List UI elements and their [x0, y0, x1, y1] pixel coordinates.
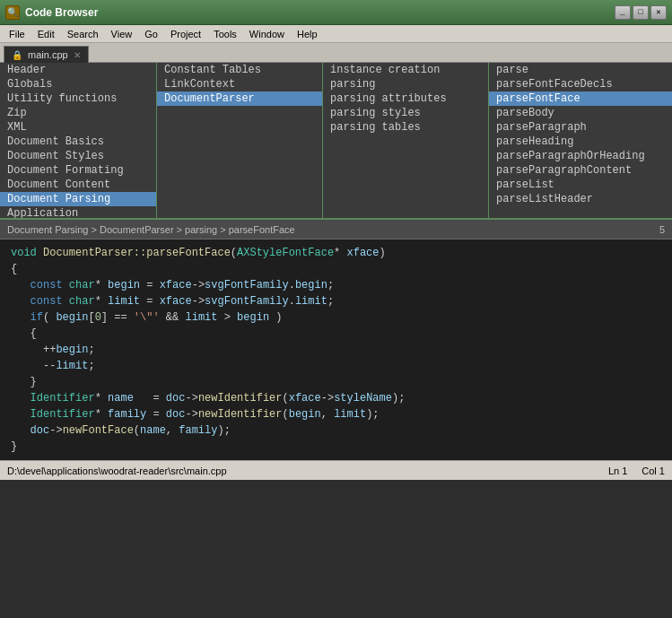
code-line: { — [11, 261, 661, 277]
menu-item-tools[interactable]: Tools — [208, 27, 242, 41]
code-line: Identifier* family = doc->newIdentifier(… — [11, 406, 661, 422]
list-item[interactable]: Constant Tables — [157, 63, 322, 77]
status-right: Ln 1 Col 1 — [608, 466, 665, 476]
menu-item-go[interactable]: Go — [139, 27, 163, 41]
menu-item-search[interactable]: Search — [62, 27, 104, 41]
menu-item-file[interactable]: File — [4, 27, 31, 41]
code-line: if( begin[0] == '\"' && limit > begin ) — [11, 309, 661, 326]
list-item[interactable]: LinkContext — [157, 77, 322, 91]
title-bar: 🔍 Code Browser _ □ ✕ — [0, 0, 672, 25]
list-item[interactable]: instance creation — [323, 63, 488, 77]
code-line: --limit; — [11, 358, 661, 374]
close-button[interactable]: ✕ — [650, 5, 667, 20]
list-item[interactable]: Application — [0, 206, 156, 218]
list-item[interactable]: XML — [0, 120, 156, 135]
list-item[interactable]: parseParagraph — [489, 120, 672, 135]
list-item[interactable]: parsing styles — [323, 106, 488, 120]
code-line: doc->newFontFace(name, family); — [11, 422, 661, 439]
minimize-button[interactable]: _ — [615, 5, 631, 20]
window-controls: _ □ ✕ — [615, 5, 667, 20]
list-item[interactable]: parsing attributes — [323, 91, 488, 106]
line-indicator: Ln 1 — [608, 466, 627, 476]
list-item[interactable]: parseBody — [489, 106, 672, 120]
menu-item-view[interactable]: View — [106, 27, 138, 41]
list-item[interactable]: Zip — [0, 106, 156, 120]
code-line: } — [11, 374, 661, 390]
column-4: parseparseFontFaceDeclsparseFontFacepars… — [489, 63, 672, 218]
menu-bar: FileEditSearchViewGoProjectToolsWindowHe… — [0, 25, 672, 43]
col-indicator: Col 1 — [641, 466, 665, 476]
code-line: void DocumentParser::parseFontFace(AXSty… — [11, 245, 661, 261]
code-line: const char* begin = xface->svgFontFamily… — [11, 277, 661, 293]
status-bar: D:\devel\applications\woodrat-reader\src… — [0, 460, 672, 480]
tab-label: main.cpp — [28, 49, 68, 60]
menu-item-project[interactable]: Project — [165, 27, 206, 41]
list-item[interactable]: parseFontFaceDecls — [489, 77, 672, 91]
lock-icon: 🔒 — [12, 50, 22, 60]
list-item[interactable]: Document Styles — [0, 149, 156, 163]
list-item[interactable]: Document Basics — [0, 135, 156, 149]
breadcrumb-bar: Document Parsing > DocumentParser > pars… — [0, 220, 672, 239]
list-item[interactable]: parseListHeader — [489, 192, 672, 206]
menu-item-edit[interactable]: Edit — [32, 27, 60, 41]
file-path: D:\devel\applications\woodrat-reader\src… — [7, 466, 227, 476]
code-line: { — [11, 326, 661, 342]
column-2: Constant TablesLinkContextDocumentParser — [157, 63, 323, 218]
menu-item-window[interactable]: Window — [244, 27, 290, 41]
browser-pane: HeaderGlobalsUtility functionsZipXMLDocu… — [0, 63, 672, 220]
list-item[interactable]: Header — [0, 63, 156, 77]
list-item[interactable]: parseHeading — [489, 135, 672, 149]
code-view[interactable]: void DocumentParser::parseFontFace(AXSty… — [0, 239, 672, 460]
column-1: HeaderGlobalsUtility functionsZipXMLDocu… — [0, 63, 157, 218]
code-line: ++begin; — [11, 342, 661, 358]
app-icon: 🔍 — [5, 5, 20, 20]
column-3: instance creationparsingparsing attribut… — [323, 63, 489, 218]
list-item[interactable]: Globals — [0, 77, 156, 91]
window-title: Code Browser — [25, 6, 609, 19]
line-count: 5 — [659, 224, 665, 235]
list-item[interactable]: parsing — [323, 77, 488, 91]
list-item[interactable]: parseParagraphOrHeading — [489, 149, 672, 163]
maximize-button[interactable]: □ — [633, 5, 649, 20]
list-item[interactable]: Utility functions — [0, 91, 156, 106]
breadcrumb: Document Parsing > DocumentParser > pars… — [7, 224, 295, 235]
list-item[interactable]: parseList — [489, 178, 672, 192]
list-item[interactable]: Document Formating — [0, 163, 156, 178]
list-item[interactable]: parseFontFace — [489, 91, 672, 106]
list-item[interactable]: DocumentParser — [157, 91, 322, 106]
code-line: const char* limit = xface->svgFontFamily… — [11, 293, 661, 309]
list-item[interactable]: Document Parsing — [0, 192, 156, 206]
list-item[interactable]: parseParagraphContent — [489, 163, 672, 178]
code-line: } — [11, 439, 661, 455]
list-item[interactable]: parse — [489, 63, 672, 77]
menu-item-help[interactable]: Help — [292, 27, 323, 41]
tab-close-button[interactable]: ✕ — [74, 50, 81, 60]
code-line: Identifier* name = doc->newIdentifier(xf… — [11, 390, 661, 406]
list-item[interactable]: parsing tables — [323, 120, 488, 135]
tab-main-cpp[interactable]: 🔒 main.cpp ✕ — [4, 46, 89, 63]
list-item[interactable]: Document Content — [0, 178, 156, 192]
tab-bar: 🔒 main.cpp ✕ — [0, 43, 672, 63]
